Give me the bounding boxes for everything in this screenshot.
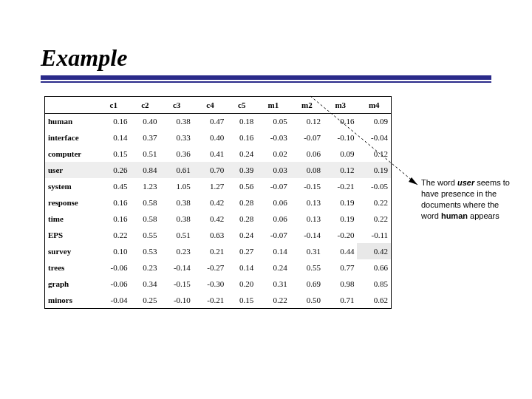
table-row: graph-0.060.34-0.15-0.300.200.310.690.98… — [45, 276, 391, 292]
cell: 0.85 — [357, 276, 391, 292]
cell: -0.06 — [97, 259, 130, 276]
table-header-row: c1 c2 c3 c4 c5 m1 m2 m3 m4 — [45, 97, 391, 113]
cell: -0.06 — [97, 276, 130, 292]
cell: 0.18 — [227, 113, 256, 129]
slide-title: Example — [41, 44, 127, 72]
cell: 0.06 — [256, 211, 290, 227]
cell: 0.12 — [357, 146, 391, 162]
cell: 0.33 — [160, 129, 193, 146]
cell: 0.38 — [160, 113, 193, 129]
row-label: minors — [45, 292, 97, 308]
cell: 0.84 — [130, 162, 160, 178]
cell: -0.21 — [324, 178, 357, 194]
table-row: response0.160.580.380.420.280.060.130.19… — [45, 194, 391, 211]
cell: 0.14 — [97, 129, 130, 146]
cell: 0.22 — [357, 211, 391, 227]
cell: 0.31 — [290, 243, 324, 259]
col-m4: m4 — [357, 97, 391, 113]
cell: 0.23 — [130, 259, 160, 276]
cell: 0.15 — [227, 292, 256, 308]
cell: 0.50 — [290, 292, 324, 308]
cell: 0.14 — [227, 259, 256, 276]
cell: 0.31 — [256, 276, 290, 292]
cell: -0.07 — [290, 129, 324, 146]
cell: 1.27 — [194, 178, 227, 194]
cell: 1.05 — [160, 178, 193, 194]
cell: 0.40 — [194, 129, 227, 146]
cell: -0.04 — [97, 292, 130, 308]
row-label: response — [45, 194, 97, 211]
table-row: system0.451.231.051.270.56-0.07-0.15-0.2… — [45, 178, 391, 194]
cell: 0.55 — [130, 227, 160, 243]
cell: 0.25 — [130, 292, 160, 308]
cell: 0.09 — [357, 113, 391, 129]
cell: 0.39 — [227, 162, 256, 178]
table-row: computer0.150.510.360.410.240.020.060.09… — [45, 146, 391, 162]
row-label: graph — [45, 276, 97, 292]
cell: 0.36 — [160, 146, 193, 162]
title-rule — [41, 75, 491, 83]
cell: 0.22 — [97, 227, 130, 243]
cell: 0.34 — [130, 276, 160, 292]
cell: 0.70 — [194, 162, 227, 178]
cell: 0.19 — [324, 211, 357, 227]
col-c3: c3 — [160, 97, 193, 113]
cell: -0.10 — [324, 129, 357, 146]
cell: 0.13 — [290, 211, 324, 227]
col-m2: m2 — [290, 97, 324, 113]
col-c1: c1 — [97, 97, 130, 113]
cell: 0.09 — [324, 146, 357, 162]
cell: -0.15 — [290, 178, 324, 194]
note-t5: appears — [468, 211, 499, 220]
cell: 0.13 — [290, 194, 324, 211]
cell: 0.12 — [324, 162, 357, 178]
note-user: user — [457, 178, 474, 187]
cell: -0.10 — [160, 292, 193, 308]
cell: 0.62 — [357, 292, 391, 308]
cell: -0.11 — [357, 227, 391, 243]
cell: -0.05 — [357, 178, 391, 194]
cell: 0.24 — [256, 259, 290, 276]
matrix-table: c1 c2 c3 c4 c5 m1 m2 m3 m4 human0.160.40… — [44, 96, 392, 309]
cell: 0.02 — [256, 146, 290, 162]
cell: 0.28 — [227, 211, 256, 227]
table-row: time0.160.580.380.420.280.060.130.190.22 — [45, 211, 391, 227]
cell: 0.45 — [97, 178, 130, 194]
cell: 0.23 — [160, 243, 193, 259]
cell: 0.55 — [290, 259, 324, 276]
cell: -0.14 — [160, 259, 193, 276]
cell: 0.06 — [290, 146, 324, 162]
cell: -0.07 — [256, 227, 290, 243]
table-row: interface0.140.370.330.400.16-0.03-0.07-… — [45, 129, 391, 146]
cell: 0.38 — [160, 194, 193, 211]
cell: 0.05 — [256, 113, 290, 129]
annotation-note: The word user seems to have presence in … — [421, 177, 514, 221]
cell: 0.19 — [357, 162, 391, 178]
row-label: interface — [45, 129, 97, 146]
col-c2: c2 — [130, 97, 160, 113]
row-label: EPS — [45, 227, 97, 243]
cell: 0.20 — [227, 276, 256, 292]
note-t1: The word — [421, 178, 457, 187]
cell: 0.58 — [130, 194, 160, 211]
cell: -0.14 — [290, 227, 324, 243]
cell: 0.47 — [194, 113, 227, 129]
cell: 0.40 — [130, 113, 160, 129]
col-m3: m3 — [324, 97, 357, 113]
table-row: trees-0.060.23-0.14-0.270.140.240.550.77… — [45, 259, 391, 276]
row-label: human — [45, 113, 97, 129]
col-blank — [45, 97, 97, 113]
svg-marker-1 — [409, 177, 417, 185]
cell: 0.61 — [160, 162, 193, 178]
cell: 0.24 — [227, 146, 256, 162]
cell: -0.03 — [256, 129, 290, 146]
col-c4: c4 — [194, 97, 227, 113]
note-human: human — [441, 211, 468, 220]
cell: 0.42 — [357, 243, 391, 259]
cell: 0.77 — [324, 259, 357, 276]
cell: 0.41 — [194, 146, 227, 162]
row-label: user — [45, 162, 97, 178]
cell: 0.16 — [97, 194, 130, 211]
cell: -0.15 — [160, 276, 193, 292]
cell: 0.06 — [256, 194, 290, 211]
